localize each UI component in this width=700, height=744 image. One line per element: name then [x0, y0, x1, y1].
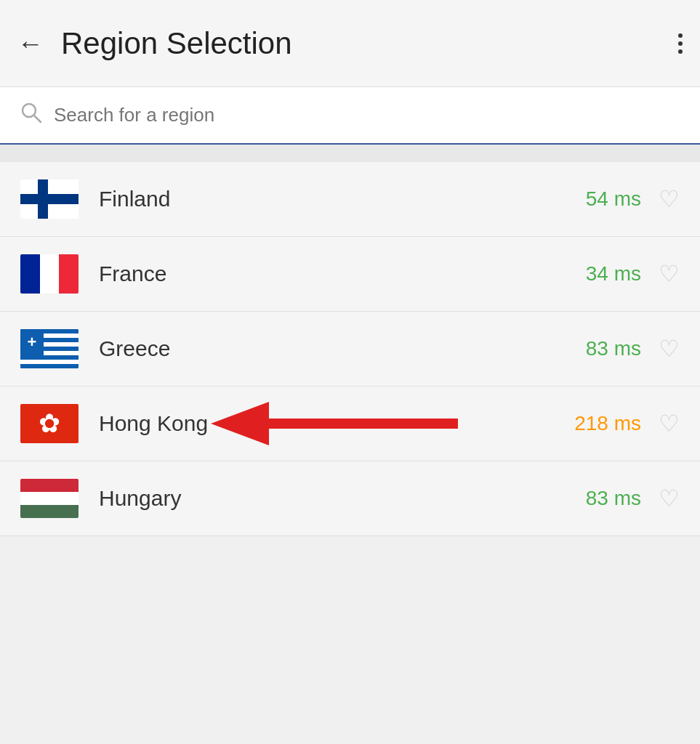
- favorite-icon[interactable]: ♡: [659, 410, 680, 437]
- flag-hongkong: ✿: [20, 404, 79, 443]
- search-icon: [20, 102, 42, 129]
- flag-hungary: [20, 479, 79, 518]
- latency-value: 83 ms: [586, 337, 641, 360]
- country-name: Hong Kong: [99, 411, 574, 436]
- country-name: France: [99, 262, 586, 286]
- header: ← Region Selection: [0, 0, 700, 87]
- back-button[interactable]: ←: [17, 31, 44, 57]
- flag-france: [20, 254, 79, 294]
- more-dot-2: [678, 41, 683, 46]
- list-item[interactable]: Finland 54 ms ♡: [0, 162, 700, 237]
- list-item[interactable]: France 34 ms ♡: [0, 237, 700, 312]
- region-list: Finland 54 ms ♡ France 34 ms ♡ Greece 83: [0, 162, 700, 536]
- greece-cross: [20, 329, 44, 355]
- list-item[interactable]: Hungary 83 ms ♡: [0, 461, 700, 536]
- more-dot-1: [678, 33, 683, 38]
- flag-greece: [20, 329, 79, 368]
- favorite-icon[interactable]: ♡: [659, 260, 680, 288]
- page-title: Region Selection: [61, 26, 678, 61]
- latency-value: 34 ms: [586, 262, 641, 286]
- favorite-icon[interactable]: ♡: [659, 485, 680, 512]
- favorite-icon[interactable]: ♡: [659, 335, 680, 363]
- search-input[interactable]: [54, 104, 680, 126]
- latency-value: 218 ms: [574, 412, 641, 435]
- more-menu-button[interactable]: [678, 33, 683, 54]
- list-item[interactable]: ✿ Hong Kong 218 ms ♡: [0, 387, 700, 461]
- list-item[interactable]: Greece 83 ms ♡: [0, 312, 700, 387]
- country-name: Greece: [99, 336, 586, 361]
- more-dot-3: [678, 49, 683, 54]
- search-bar: [0, 87, 700, 145]
- country-name: Hungary: [99, 486, 586, 511]
- latency-value: 54 ms: [586, 187, 641, 211]
- latency-value: 83 ms: [586, 487, 641, 510]
- svg-line-1: [34, 116, 41, 122]
- country-name: Finland: [99, 187, 586, 211]
- flag-finland: [20, 179, 79, 219]
- section-separator: [0, 145, 700, 162]
- favorite-icon[interactable]: ♡: [659, 185, 680, 213]
